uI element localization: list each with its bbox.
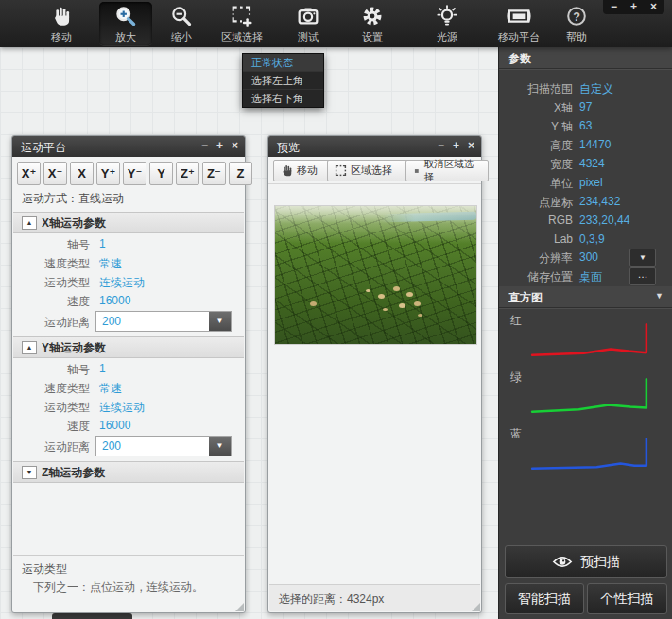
- toolbar-label-platform: 移动平台: [485, 30, 553, 44]
- zoom-out-icon: [155, 5, 208, 29]
- axis-button-x[interactable]: X: [70, 162, 94, 185]
- axis-button-z-minus[interactable]: Z⁻: [202, 162, 226, 185]
- toolbar-item-zoom-in[interactable]: 放大: [99, 2, 152, 45]
- axis-button-z-plus[interactable]: Z⁺: [176, 162, 199, 185]
- toolbar-item-help[interactable]: ? 帮助: [556, 2, 597, 45]
- axis-button-x-plus[interactable]: X⁺: [17, 162, 41, 185]
- chevron-down-icon: ▼: [639, 253, 646, 262]
- x-distance-dropdown[interactable]: 200 ▼: [95, 311, 232, 332]
- preview-toolbar: 移动 区域选择 取消区域选择: [268, 157, 481, 184]
- axis-button-y-minus[interactable]: Y⁻: [123, 162, 146, 185]
- custom-scan-button[interactable]: 个性扫描: [587, 583, 667, 614]
- x-axis-row: X轴 97: [499, 97, 672, 116]
- red-histogram-curve: [532, 324, 646, 355]
- preview-region-select-button[interactable]: 区域选择: [327, 160, 412, 181]
- row-value[interactable]: 桌面: [579, 269, 602, 285]
- toolbar-label-help: 帮助: [556, 30, 597, 44]
- blue-histogram-curve: [532, 438, 646, 469]
- row-value[interactable]: 自定义: [579, 81, 613, 97]
- toolbar-item-test[interactable]: 测试: [282, 2, 335, 45]
- section-header-y-axis[interactable]: ▲ Y轴运动参数: [13, 336, 244, 358]
- row-label: 扫描范围: [499, 81, 573, 97]
- preview-move-button[interactable]: 移动: [273, 160, 334, 181]
- point-coord-row: 点座标 234,432: [499, 192, 672, 211]
- row-value[interactable]: 连续运动: [99, 275, 145, 291]
- row-value[interactable]: 4324: [579, 157, 605, 170]
- y-distance-dropdown[interactable]: 200 ▼: [95, 436, 232, 456]
- toolbar-item-move[interactable]: 移动: [35, 2, 88, 45]
- resolution-row: 分辨率 300 ▼: [499, 248, 672, 267]
- preview-panel-minimize-button[interactable]: −: [438, 139, 444, 152]
- axis-button-z[interactable]: Z: [229, 162, 252, 185]
- toolbar-item-platform[interactable]: 移动平台: [485, 2, 553, 45]
- toolbar-label-region-select: 区域选择: [210, 30, 274, 44]
- preview-panel-maximize-button[interactable]: +: [453, 139, 459, 152]
- row-label: 运动类型: [12, 400, 90, 416]
- zoom-in-icon: [99, 5, 152, 29]
- prescan-button[interactable]: 预扫描: [505, 545, 667, 578]
- motion-panel-close-button[interactable]: ×: [232, 139, 238, 152]
- chevron-down-icon[interactable]: ▼: [209, 437, 231, 456]
- collapse-down-icon[interactable]: ▼: [22, 466, 37, 479]
- dropdown-item-normal-state[interactable]: 正常状态: [243, 54, 323, 71]
- axis-button-y[interactable]: Y: [149, 162, 173, 185]
- row-value[interactable]: pixel: [579, 176, 603, 189]
- row-value[interactable]: 连续运动: [99, 400, 145, 416]
- x-motion-type-row: 运动类型 连续运动: [12, 272, 245, 291]
- row-value[interactable]: 63: [579, 119, 592, 132]
- row-value[interactable]: 常速: [99, 256, 122, 272]
- toolbar-label-zoom-in: 放大: [99, 30, 152, 44]
- chevron-down-icon[interactable]: ▼: [655, 291, 663, 301]
- resize-grip[interactable]: [472, 603, 480, 611]
- toolbar-item-light[interactable]: 光源: [421, 2, 474, 45]
- dropdown-item-select-top-left[interactable]: 选择左上角: [243, 71, 323, 89]
- toolbar-item-zoom-out[interactable]: 缩小: [155, 2, 208, 45]
- collapse-up-icon[interactable]: ▲: [22, 216, 37, 230]
- preview-panel-titlebar[interactable]: 预览 − + ×: [268, 136, 481, 157]
- row-value[interactable]: 1: [99, 237, 106, 250]
- parameters-sidebar: 参数 扫描范围 自定义 X轴 97 Y 轴 63 高度 14470 宽度 432…: [498, 47, 672, 619]
- light-icon: [421, 5, 474, 29]
- preview-image-animals: [366, 289, 370, 292]
- resize-grip[interactable]: [235, 603, 244, 611]
- y-motion-type-row: 运动类型 连续运动: [12, 397, 245, 416]
- row-value[interactable]: 16000: [99, 419, 130, 432]
- row-value[interactable]: 97: [579, 100, 592, 113]
- window-maximize-button[interactable]: +: [630, 1, 637, 13]
- storage-browse-button[interactable]: …: [629, 267, 656, 285]
- x-distance-row: 运动距离 200 ▼: [12, 311, 245, 332]
- row-value[interactable]: 1: [99, 362, 106, 375]
- preview-cancel-region-button[interactable]: 取消区域选择: [405, 160, 489, 181]
- axis-button-y-plus[interactable]: Y⁺: [96, 162, 120, 185]
- help-title: 运动类型: [22, 561, 67, 577]
- smart-scan-button[interactable]: 智能扫描: [505, 583, 584, 614]
- resolution-dropdown-button[interactable]: ▼: [629, 249, 656, 267]
- section-header-z-axis[interactable]: ▼ Z轴运动参数: [13, 461, 244, 483]
- y-axis-row: Y 轴 63: [499, 116, 672, 135]
- window-minimize-button[interactable]: −: [611, 1, 617, 13]
- row-value[interactable]: 14470: [579, 138, 611, 151]
- row-value[interactable]: 300: [579, 250, 598, 264]
- preview-panel-close-button[interactable]: ×: [468, 139, 474, 152]
- preview-image[interactable]: [274, 205, 477, 345]
- row-label: 宽度: [499, 157, 573, 173]
- row-value[interactable]: 16000: [99, 294, 130, 307]
- window-close-button[interactable]: ×: [650, 1, 657, 13]
- motion-mode-text: 运动方式：直线运动: [22, 191, 124, 207]
- motion-panel-controls: − + ×: [201, 139, 238, 152]
- motion-panel-minimize-button[interactable]: −: [201, 139, 208, 152]
- motion-panel-maximize-button[interactable]: +: [216, 139, 223, 152]
- axis-button-x-minus[interactable]: X⁻: [43, 162, 67, 185]
- preview-cancel-region-label: 取消区域选择: [424, 158, 481, 184]
- dropdown-item-select-bottom-right[interactable]: 选择右下角: [243, 89, 323, 107]
- motion-panel-titlebar[interactable]: 运动平台 − + ×: [12, 136, 245, 157]
- toolbar-item-region-select[interactable]: 区域选择: [210, 2, 274, 45]
- section-header-x-axis[interactable]: ▲ X轴运动参数: [13, 212, 244, 233]
- region-select-icon: [335, 164, 347, 177]
- collapse-up-icon[interactable]: ▲: [22, 341, 37, 354]
- preview-move-label: 移动: [297, 163, 318, 178]
- chevron-down-icon[interactable]: ▼: [209, 312, 231, 331]
- toolbar-item-settings[interactable]: 设置: [346, 2, 399, 45]
- row-value[interactable]: 常速: [99, 381, 122, 397]
- toolbar-label-test: 测试: [282, 30, 335, 44]
